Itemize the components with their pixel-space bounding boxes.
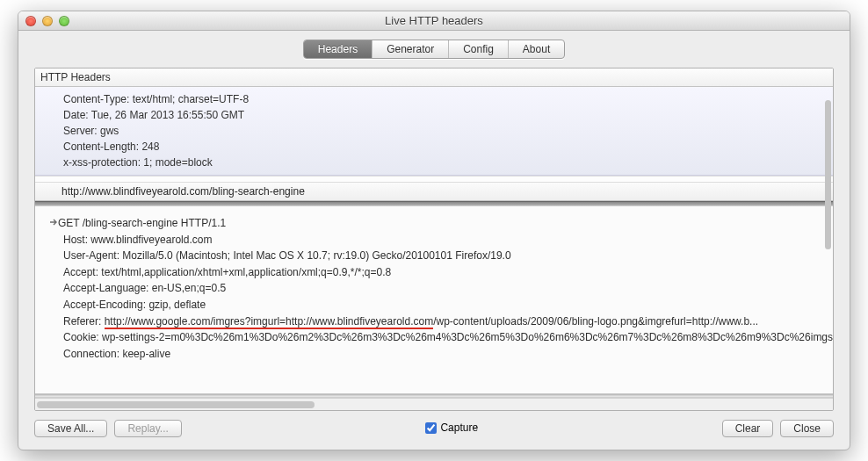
window-title: Live HTTP headers bbox=[18, 14, 850, 27]
request-accept-encoding: Accept-Encoding: gzip, deflate bbox=[56, 297, 833, 313]
window: Live HTTP headers Headers Generator Conf… bbox=[18, 11, 850, 450]
request-block: GET /bling-search-engine HTTP/1.1 Host: … bbox=[35, 206, 833, 394]
segmented-control: Headers Generator Config About bbox=[303, 40, 565, 59]
scrollbar-thumb[interactable] bbox=[37, 401, 315, 408]
close-button[interactable]: Close bbox=[780, 420, 834, 437]
footer: Save All... Replay... Capture Clear Clos… bbox=[18, 411, 850, 450]
response-date: Date: Tue, 26 Mar 2013 16:55:50 GMT bbox=[63, 107, 833, 123]
traffic-lights bbox=[25, 16, 69, 26]
content-frame: HTTP Headers Content-Type: text/html; ch… bbox=[34, 68, 834, 411]
request-first-line-text: GET /bling-search-engine HTTP/1.1 bbox=[58, 217, 226, 229]
request-connection: Connection: keep-alive bbox=[56, 346, 833, 363]
minimize-icon[interactable] bbox=[42, 16, 53, 26]
footer-center: Capture bbox=[189, 421, 715, 436]
replay-button[interactable]: Replay... bbox=[114, 420, 181, 437]
capture-checkbox-wrap[interactable]: Capture bbox=[425, 421, 478, 434]
request-user-agent: User-Agent: Mozilla/5.0 (Macintosh; Inte… bbox=[56, 248, 833, 264]
tab-config[interactable]: Config bbox=[449, 40, 509, 58]
response-server: Server: gws bbox=[63, 123, 833, 139]
referer-label: Referer: bbox=[63, 315, 105, 328]
zoom-icon[interactable] bbox=[59, 16, 69, 26]
titlebar: Live HTTP headers bbox=[18, 11, 850, 31]
horizontal-scrollbar[interactable] bbox=[35, 398, 833, 410]
response-block: Content-Type: text/html; charset=UTF-8 D… bbox=[35, 87, 833, 176]
url-row[interactable]: http://www.blindfiveyearold.com/bling-se… bbox=[35, 183, 833, 201]
referer-rest: /wp-content/uploads/2009/06/bling-logo.p… bbox=[433, 315, 758, 328]
tab-generator[interactable]: Generator bbox=[373, 40, 449, 58]
vertical-scrollbar[interactable] bbox=[825, 100, 831, 249]
tab-about[interactable]: About bbox=[509, 40, 564, 58]
request-accept: Accept: text/html,application/xhtml+xml,… bbox=[56, 264, 833, 281]
response-content-length: Content-Length: 248 bbox=[63, 139, 833, 155]
request-line: GET /bling-search-engine HTTP/1.1 bbox=[49, 215, 833, 232]
tab-bar: Headers Generator Config About bbox=[18, 31, 850, 68]
request-arrow-icon bbox=[49, 215, 56, 222]
referer-highlight: http://www.google.com/imgres?imgurl=http… bbox=[105, 315, 434, 329]
request-referer: Referer: http://www.google.com/imgres?im… bbox=[56, 313, 833, 330]
response-content-type: Content-Type: text/html; charset=UTF-8 bbox=[63, 91, 833, 107]
close-icon[interactable] bbox=[25, 16, 36, 26]
request-host: Host: www.blindfiveyearold.com bbox=[56, 232, 833, 249]
response-xss-protection: x-xss-protection: 1; mode=block bbox=[63, 155, 833, 170]
save-all-button[interactable]: Save All... bbox=[34, 420, 107, 437]
section-header: HTTP Headers bbox=[35, 68, 833, 87]
capture-label: Capture bbox=[440, 421, 478, 434]
capture-checkbox[interactable] bbox=[425, 422, 437, 434]
request-cookie: Cookie: wp-settings-2=m0%3Dc%26m1%3Do%26… bbox=[56, 329, 833, 346]
tab-headers[interactable]: Headers bbox=[304, 40, 373, 58]
clear-button[interactable]: Clear bbox=[722, 420, 774, 437]
request-accept-language: Accept-Language: en-US,en;q=0.5 bbox=[56, 280, 833, 297]
spacer bbox=[35, 176, 833, 183]
